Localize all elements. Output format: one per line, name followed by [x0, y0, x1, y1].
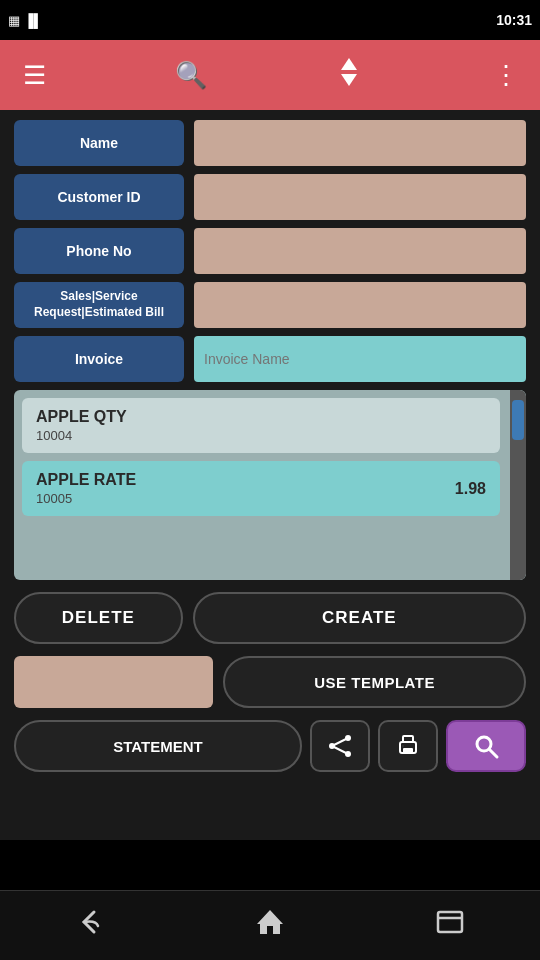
svg-point-10 — [402, 745, 404, 747]
invoice-input[interactable] — [194, 336, 526, 382]
name-label: Name — [14, 120, 184, 166]
phone-no-input[interactable] — [194, 228, 526, 274]
phone-no-label: Phone No — [14, 228, 184, 274]
item-2-subtitle: 10005 — [36, 491, 136, 506]
sales-label: Sales|Service Request|Estimated Bill — [14, 282, 184, 328]
share-button[interactable] — [310, 720, 370, 772]
scroll-thumb — [512, 400, 524, 440]
items-area: APPLE QTY 10004 APPLE RATE 10005 1.98 — [14, 390, 526, 580]
svg-rect-14 — [438, 912, 462, 932]
print-button[interactable] — [378, 720, 438, 772]
search-purple-button[interactable] — [446, 720, 526, 772]
statement-button[interactable]: STATEMENT — [14, 720, 302, 772]
sales-input[interactable] — [194, 282, 526, 328]
use-template-button[interactable]: USE TEMPLATE — [223, 656, 526, 708]
item-card-1: APPLE QTY 10004 — [22, 398, 500, 453]
bottom-nav — [0, 890, 540, 960]
svg-marker-13 — [257, 910, 283, 934]
svg-line-6 — [332, 746, 348, 754]
navbar: ☰ 🔍 ⋮ — [0, 40, 540, 110]
home-nav-icon[interactable] — [254, 906, 286, 945]
invoice-row: Invoice — [14, 336, 526, 382]
action-buttons-row: DELETE CREATE — [14, 592, 526, 644]
status-icon-1: ▦ — [8, 13, 20, 28]
svg-marker-0 — [341, 58, 357, 70]
status-bar: ▦ ▐▌ 10:31 — [0, 0, 540, 40]
status-left-icons: ▦ ▐▌ — [8, 13, 42, 28]
back-nav-icon[interactable] — [74, 906, 106, 945]
create-button[interactable]: CREATE — [193, 592, 526, 644]
search-icon[interactable]: 🔍 — [173, 60, 209, 91]
status-time: 10:31 — [496, 12, 532, 28]
status-icon-2: ▐▌ — [24, 13, 42, 28]
customer-id-row: Customer ID — [14, 174, 526, 220]
sort-icon[interactable] — [331, 54, 367, 97]
name-row: Name — [14, 120, 526, 166]
item-2-title: APPLE RATE — [36, 471, 136, 489]
customer-id-label: Customer ID — [14, 174, 184, 220]
invoice-label: Invoice — [14, 336, 184, 382]
item-1-title: APPLE QTY — [36, 408, 486, 426]
phone-no-row: Phone No — [14, 228, 526, 274]
recent-nav-icon[interactable] — [434, 906, 466, 945]
item-2-price: 1.98 — [455, 480, 486, 498]
toolbar-row: STATEMENT — [14, 720, 526, 772]
item-card-2: APPLE RATE 10005 1.98 — [22, 461, 500, 516]
svg-rect-9 — [403, 748, 413, 753]
template-row: USE TEMPLATE — [14, 656, 526, 708]
svg-marker-1 — [341, 74, 357, 86]
delete-button[interactable]: DELETE — [14, 592, 183, 644]
scroll-indicator[interactable] — [510, 390, 526, 580]
svg-line-5 — [332, 738, 348, 746]
customer-id-input[interactable] — [194, 174, 526, 220]
more-icon[interactable]: ⋮ — [488, 60, 524, 91]
name-input[interactable] — [194, 120, 526, 166]
svg-rect-8 — [403, 736, 413, 742]
main-content: Name Customer ID Phone No Sales|Service … — [0, 110, 540, 840]
menu-icon[interactable]: ☰ — [16, 60, 52, 91]
item-1-subtitle: 10004 — [36, 428, 486, 443]
sales-row: Sales|Service Request|Estimated Bill — [14, 282, 526, 328]
svg-line-12 — [490, 750, 498, 758]
template-input[interactable] — [14, 656, 213, 708]
